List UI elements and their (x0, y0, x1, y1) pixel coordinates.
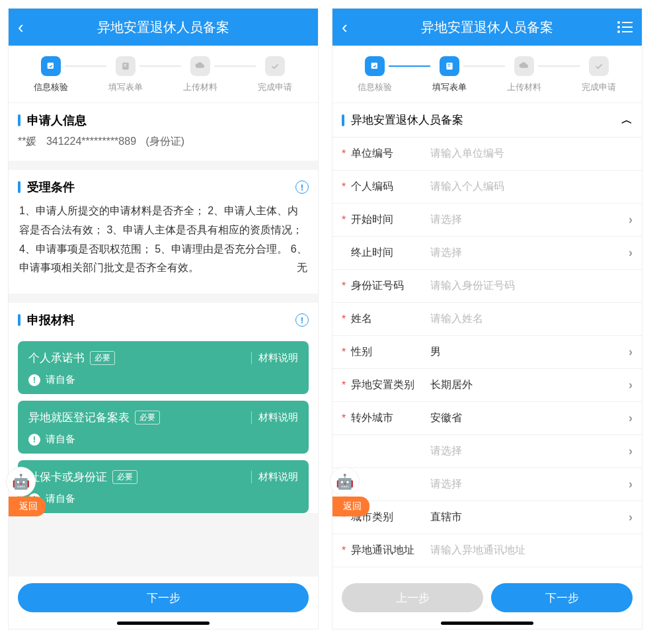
form-row[interactable]: *异地安置类别长期居外› (332, 369, 642, 402)
assistant-bot-icon[interactable]: 🤖 (330, 467, 360, 497)
conditions-text: 1、申请人所提交的申请材料是否齐全； 2、申请人主体、内容是否合法有效； 3、申… (19, 205, 307, 273)
back-icon[interactable]: ‹ (18, 17, 24, 38)
prev-button[interactable]: 上一步 (342, 583, 483, 612)
applicant-id-type: (身份证) (145, 136, 184, 147)
field-value[interactable]: 请选择 (430, 213, 629, 227)
info-icon[interactable]: ! (295, 313, 309, 327)
step-3: 上传材料 (167, 56, 235, 93)
field-value[interactable]: 请输入单位编号 (430, 147, 633, 161)
chevron-right-icon: › (629, 213, 633, 227)
field-label: 个人编码 (351, 180, 430, 194)
material-required-badge: 必要 (112, 470, 137, 484)
chevron-right-icon: › (629, 477, 633, 491)
svg-rect-0 (48, 63, 54, 69)
applicant-name: **媛 (18, 136, 36, 147)
materials-heading: 申报材料 (27, 312, 75, 328)
header: ‹ 异地安置退休人员备案 (332, 9, 642, 46)
content-scroll[interactable]: 异地安置退休人员备案 ︿ *单位编号请输入单位编号*个人编码请输入个人编码*开始… (332, 103, 642, 577)
material-hint: 请自备 (46, 374, 75, 386)
step-2: 填写表单 (416, 56, 485, 93)
step-1: 信息核验 (341, 56, 410, 93)
material-card[interactable]: 社保卡或身份证必要材料说明!请自备 (18, 460, 309, 513)
conditions-section: 受理条件 ! 1、申请人所提交的申请材料是否齐全； 2、申请人主体、内容是否合法… (9, 170, 318, 294)
step-icon-verify (41, 56, 61, 76)
content-scroll[interactable]: 申请人信息 **媛 341224*********889 (身份证) 受理条件 … (9, 103, 318, 577)
field-value[interactable]: 请输入个人编码 (430, 180, 633, 194)
home-indicator[interactable] (441, 622, 533, 625)
chevron-right-icon: › (629, 345, 633, 359)
footer: 上一步 下一步 (332, 577, 642, 622)
form-row[interactable]: 请选择› (332, 468, 642, 501)
next-button[interactable]: 下一步 (491, 583, 633, 612)
menu-icon[interactable] (617, 20, 633, 34)
required-mark: * (342, 181, 348, 193)
material-detail-link[interactable]: 材料说明 (251, 352, 298, 364)
return-button[interactable]: 返回 (9, 497, 46, 516)
alert-icon: ! (28, 374, 40, 386)
stepper: 信息核验 填写表单 上传材料 完成申请 (9, 46, 318, 103)
applicant-section: 申请人信息 **媛 341224*********889 (身份证) (9, 103, 318, 161)
field-value[interactable]: 请选择 (430, 246, 629, 260)
svg-rect-3 (622, 22, 633, 23)
material-hint: 请自备 (46, 433, 75, 446)
step-2: 填写表单 (92, 56, 161, 93)
page-title: 异地安置退休人员备案 (9, 19, 318, 36)
material-card[interactable]: 个人承诺书必要材料说明!请自备 (18, 341, 309, 394)
required-mark: * (342, 346, 348, 358)
conditions-heading: 受理条件 (27, 179, 75, 195)
next-button[interactable]: 下一步 (18, 583, 309, 612)
form-row[interactable]: *性别男› (332, 336, 642, 369)
field-label: 姓名 (351, 312, 430, 326)
field-label: 开始时间 (351, 213, 430, 227)
step-4: 完成申请 (565, 56, 634, 93)
form-collapse-header[interactable]: 异地安置退休人员备案 ︿ (332, 103, 642, 138)
step-icon-done (265, 56, 285, 76)
field-value[interactable]: 安徽省 (430, 411, 629, 425)
back-icon[interactable]: ‹ (342, 17, 348, 38)
chevron-right-icon: › (629, 378, 633, 392)
assistant-bot-icon[interactable]: 🤖 (6, 467, 36, 497)
field-label: 异地安置类别 (351, 378, 430, 392)
field-value[interactable]: 请输入异地通讯地址 (430, 543, 633, 557)
field-value[interactable]: 请选择 (430, 444, 629, 458)
form-row[interactable]: *异地通讯地址请输入异地通讯地址 (332, 534, 642, 567)
step-icon-done (589, 56, 609, 76)
step-1: 信息核验 (17, 56, 86, 93)
footer: 下一步 (9, 577, 318, 622)
field-value[interactable]: 请输入身份证号码 (430, 279, 633, 293)
form-row[interactable]: *单位编号请输入单位编号 (332, 138, 642, 171)
form-row[interactable]: 请选择› (332, 435, 642, 468)
required-mark: * (342, 313, 348, 325)
field-value[interactable]: 直辖市 (430, 510, 629, 524)
form-row[interactable]: *异地联系电话请输入异地联系电话 (332, 567, 642, 577)
alert-icon: ! (28, 434, 40, 446)
form-row[interactable]: *个人编码请输入个人编码 (332, 171, 642, 204)
form-row[interactable]: *城市类别直辖市› (332, 501, 642, 534)
field-value[interactable]: 长期居外 (430, 378, 629, 392)
screen-step1: ‹ 异地安置退休人员备案 信息核验 填写表单 上传材料 完成申请 申请人信息 *… (8, 8, 319, 629)
chevron-right-icon: › (629, 444, 633, 458)
material-name: 异地就医登记备案表 (28, 410, 130, 425)
form-row[interactable]: *身份证号码请输入身份证号码 (332, 270, 642, 303)
form-row[interactable]: *姓名请输入姓名 (332, 303, 642, 336)
material-detail-link[interactable]: 材料说明 (251, 411, 298, 424)
field-label: 身份证号码 (351, 279, 430, 293)
step-3: 上传材料 (490, 56, 559, 93)
field-value[interactable]: 男 (430, 345, 629, 359)
screen-step2: ‹ 异地安置退休人员备案 信息核验 填写表单 上传材料 完成申请 异地安置退休人… (332, 8, 642, 629)
material-card[interactable]: 异地就医登记备案表必要材料说明!请自备 (18, 401, 309, 454)
required-mark: * (342, 280, 348, 292)
material-detail-link[interactable]: 材料说明 (251, 471, 298, 483)
svg-point-2 (617, 21, 620, 24)
form-row[interactable]: *开始时间请选择› (332, 204, 642, 237)
form-row[interactable]: 终止时间请选择› (332, 237, 642, 270)
field-value[interactable]: 请输入姓名 (430, 312, 633, 326)
required-mark: * (342, 545, 348, 557)
field-value[interactable]: 请选择 (430, 477, 629, 491)
info-icon[interactable]: ! (295, 181, 309, 194)
applicant-heading: 申请人信息 (27, 112, 87, 128)
form-row[interactable]: *转外城市安徽省› (332, 402, 642, 435)
required-mark: * (342, 380, 348, 391)
return-button[interactable]: 返回 (332, 497, 369, 516)
home-indicator[interactable] (117, 622, 210, 625)
